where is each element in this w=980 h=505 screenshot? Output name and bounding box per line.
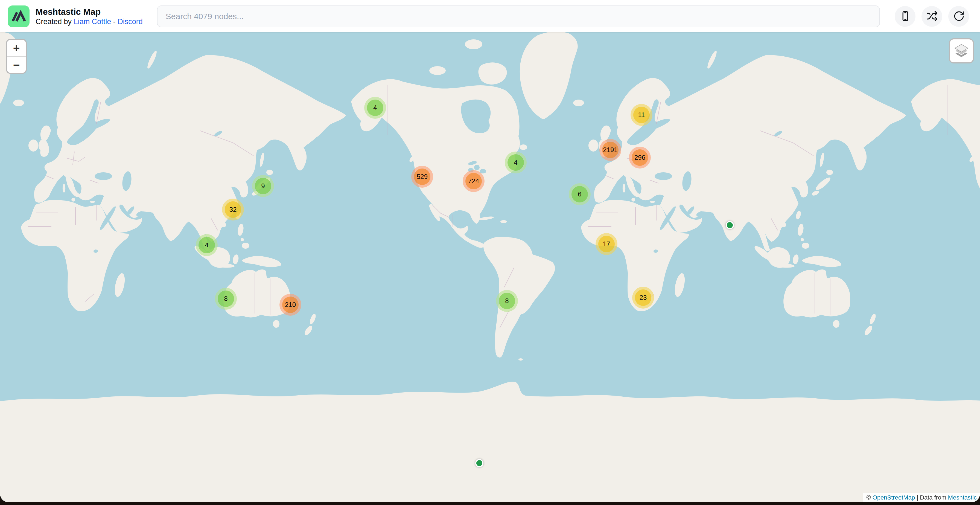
- cluster-count: 296: [632, 149, 648, 166]
- zoom-control: + −: [6, 39, 27, 74]
- zoom-in-button[interactable]: +: [7, 40, 26, 56]
- page-title: Meshtastic Map: [35, 6, 143, 17]
- cluster-marker[interactable]: 4: [505, 151, 527, 174]
- attribution: © OpenStreetMap | Data from Meshtastic: [863, 493, 980, 502]
- cluster-marker[interactable]: 9: [252, 175, 274, 197]
- cluster-marker[interactable]: 11: [630, 104, 652, 126]
- layers-control[interactable]: [949, 38, 974, 64]
- cluster-marker[interactable]: 32: [222, 199, 244, 220]
- header: Meshtastic Map Created by Liam Cottle - …: [0, 0, 980, 32]
- smartphone-icon: [899, 10, 911, 22]
- author-link[interactable]: Liam Cottle: [74, 17, 111, 25]
- cluster-count: 4: [199, 237, 215, 253]
- refresh-button[interactable]: [948, 6, 969, 27]
- cluster-count: 529: [414, 169, 430, 185]
- app-window: Meshtastic Map Created by Liam Cottle - …: [0, 0, 980, 502]
- cluster-marker[interactable]: 8: [496, 290, 518, 312]
- cluster-marker[interactable]: 6: [569, 183, 590, 205]
- cluster-marker[interactable]: 23: [632, 287, 654, 309]
- node-marker[interactable]: [725, 221, 733, 229]
- cluster-marker[interactable]: 8: [215, 288, 237, 310]
- cluster-marker[interactable]: 4: [196, 234, 218, 256]
- cluster-count: 9: [255, 178, 271, 194]
- attribution-divider: |: [916, 494, 918, 500]
- page: Meshtastic Map Created by Liam Cottle - …: [0, 0, 980, 505]
- cluster-count: 8: [499, 293, 515, 309]
- meshtastic-logo-icon: [8, 5, 30, 27]
- random-node-button[interactable]: [921, 6, 942, 27]
- mobile-app-button[interactable]: [895, 6, 915, 27]
- byline-separator: -: [113, 17, 116, 25]
- cluster-marker[interactable]: 17: [595, 233, 617, 255]
- cluster-count: 2191: [602, 142, 619, 158]
- cluster-marker[interactable]: 4: [364, 97, 386, 119]
- title-block: Meshtastic Map Created by Liam Cottle - …: [35, 6, 143, 26]
- refresh-icon: [953, 10, 964, 22]
- cluster-count: 8: [218, 290, 234, 307]
- search-input[interactable]: [157, 5, 880, 27]
- discord-link[interactable]: Discord: [118, 17, 143, 25]
- cluster-count: 32: [225, 201, 241, 218]
- cluster-marker[interactable]: 529: [411, 166, 433, 188]
- copyright-symbol: ©: [867, 494, 871, 500]
- layers-icon: [953, 43, 970, 59]
- cluster-count: 210: [282, 296, 299, 313]
- osm-link[interactable]: OpenStreetMap: [873, 494, 915, 500]
- marker-layer: 4112191296452972496321742382108: [0, 32, 980, 502]
- byline: Created by Liam Cottle - Discord: [35, 17, 143, 26]
- attribution-data-from: Data from: [920, 494, 947, 500]
- meshtastic-link[interactable]: Meshtastic: [948, 494, 977, 500]
- map-canvas[interactable]: 4112191296452972496321742382108 + − © Op…: [0, 32, 980, 502]
- cluster-count: 23: [635, 290, 651, 306]
- shuffle-icon: [926, 10, 938, 22]
- cluster-marker[interactable]: 210: [280, 294, 301, 316]
- cluster-count: 6: [571, 186, 588, 202]
- cluster-count: 11: [633, 107, 650, 123]
- cluster-marker[interactable]: 2191: [600, 139, 621, 161]
- cluster-count: 4: [367, 100, 383, 116]
- cluster-count: 17: [598, 236, 615, 252]
- node-marker[interactable]: [475, 459, 483, 467]
- cluster-count: 4: [508, 154, 524, 171]
- byline-prefix: Created by: [35, 17, 72, 25]
- zoom-out-button[interactable]: −: [7, 56, 26, 73]
- cluster-count: 724: [465, 173, 482, 189]
- cluster-marker[interactable]: 296: [629, 147, 651, 169]
- cluster-marker[interactable]: 724: [463, 170, 485, 192]
